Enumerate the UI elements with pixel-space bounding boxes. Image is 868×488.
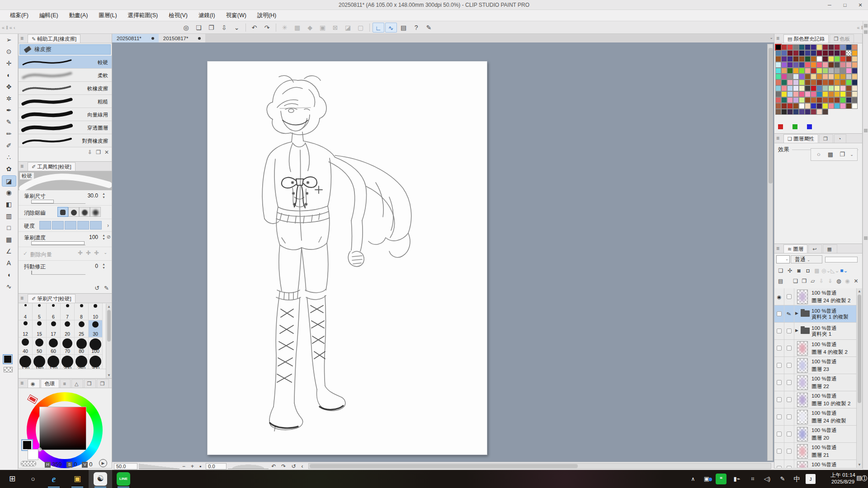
color-swatch[interactable]	[793, 44, 799, 50]
scene-tab[interactable]: ▦	[823, 244, 837, 253]
color-swatch[interactable]	[834, 85, 840, 91]
brush-size-10[interactable]: 10	[89, 303, 103, 320]
density-value[interactable]: 100	[89, 234, 98, 240]
hardness-seg-3[interactable]	[65, 221, 76, 230]
colorhist-menu-icon[interactable]: ≡	[776, 34, 783, 43]
color-swatch[interactable]	[852, 85, 858, 91]
color-swatch[interactable]	[816, 85, 822, 91]
transparent-color-chip[interactable]	[4, 367, 13, 372]
layer-thumbnail[interactable]	[797, 393, 808, 407]
tray-expand-icon[interactable]: ∧	[686, 472, 700, 486]
brush-size-tab[interactable]: ✐筆刷尺寸[較硬]	[28, 294, 75, 303]
reset-rotate-icon[interactable]: ↺	[291, 463, 296, 469]
hardness-seg-2[interactable]	[52, 221, 64, 230]
color-swatch[interactable]	[846, 50, 852, 56]
color-swatch[interactable]	[834, 103, 840, 109]
delete-vector-dropdown-icon[interactable]: ⌄	[104, 250, 107, 255]
color-swatch[interactable]	[822, 85, 828, 91]
layer-name[interactable]: 資料夾 1	[811, 331, 831, 338]
layer-visibility-checkbox[interactable]	[774, 460, 784, 468]
menu-item-7[interactable]: 視窗(W)	[221, 10, 252, 21]
color-swatch[interactable]	[805, 97, 811, 103]
layer-mask-icon[interactable]: ◙	[794, 267, 803, 274]
maximize-button[interactable]: □	[837, 0, 853, 10]
layer-name[interactable]: 資料夾 1 的複製	[811, 314, 849, 320]
subtool-item-0[interactable]: 較硬	[19, 56, 112, 69]
brush-size-170[interactable]: 170	[47, 355, 61, 369]
color-swatch[interactable]	[781, 109, 787, 115]
color-swatch[interactable]	[852, 74, 858, 80]
layer-thumbnail[interactable]	[797, 290, 808, 304]
file-explorer-icon[interactable]: ▣	[71, 472, 84, 486]
color-swatch[interactable]	[787, 44, 793, 50]
vector-whole-icon[interactable]: ✚	[94, 249, 99, 256]
register-subtool-icon[interactable]: ⇩	[88, 149, 92, 155]
color-swatch[interactable]	[816, 50, 822, 56]
layer-undo-tab[interactable]: ↩	[808, 244, 822, 253]
color-swatch[interactable]	[787, 103, 793, 109]
menu-item-8[interactable]: 說明(H)	[252, 10, 282, 21]
redo-icon[interactable]: ↷	[261, 23, 273, 33]
hue-cursor[interactable]	[28, 395, 37, 404]
color-swatch[interactable]	[834, 50, 840, 56]
color-swatch[interactable]	[787, 68, 793, 74]
color-swatch[interactable]	[787, 56, 793, 62]
brush-size-250[interactable]: 250	[75, 355, 89, 369]
pen-tool[interactable]: ✎	[2, 117, 16, 128]
menu-item-1[interactable]: 編輯(E)	[34, 10, 64, 21]
notification-icon[interactable]: ▤1	[856, 474, 867, 481]
clip-to-layer-icon[interactable]: ❏	[776, 267, 785, 274]
brush-size-60[interactable]: 60	[47, 338, 61, 355]
color-swatch[interactable]	[781, 85, 787, 91]
layer-thumbnail[interactable]	[797, 341, 808, 356]
edge-browser-icon[interactable]: e	[47, 472, 61, 486]
blend-tool[interactable]: ◉	[2, 187, 16, 198]
color-swatch[interactable]	[799, 74, 805, 80]
color-swatch[interactable]	[787, 109, 793, 115]
color-swatch[interactable]	[852, 68, 858, 74]
color-swatch[interactable]	[816, 103, 822, 109]
color-swatch[interactable]	[799, 56, 805, 62]
color-slider-tab[interactable]: ≡	[60, 379, 71, 388]
color-swatch[interactable]	[781, 97, 787, 103]
list-view-icon[interactable]: ▤	[776, 278, 785, 284]
zoom-value[interactable]: 50.0	[114, 463, 137, 469]
color-swatch[interactable]	[811, 68, 816, 74]
layer-edit-target-pen-icon[interactable]: ✎	[784, 305, 794, 322]
color-swatch[interactable]	[840, 103, 846, 109]
color-swatch[interactable]	[787, 85, 793, 91]
color-swatch[interactable]	[775, 103, 781, 109]
color-swatch[interactable]	[822, 109, 828, 115]
intermediate-color-tab[interactable]: ❒	[84, 379, 96, 388]
layer-thumbnail[interactable]	[797, 444, 808, 459]
color-swatch[interactable]	[834, 80, 840, 85]
color-swatch[interactable]	[822, 103, 828, 109]
tool-property-tab[interactable]: ✐工具屬性[較硬]	[28, 162, 75, 171]
color-swatch[interactable]	[816, 62, 822, 68]
color-swatch[interactable]	[793, 56, 799, 62]
deselect-icon[interactable]: ✳	[279, 23, 291, 33]
brush-size-70[interactable]: 70	[61, 338, 75, 355]
brush-size-100[interactable]: 100	[89, 338, 103, 355]
move-canvas-tool[interactable]: ✛	[2, 58, 16, 69]
color-swatch[interactable]	[793, 50, 799, 56]
invert-selection-icon[interactable]: ◆	[304, 23, 316, 33]
color-swatch[interactable]	[787, 62, 793, 68]
color-swatch[interactable]	[846, 56, 852, 62]
color-swatch[interactable]	[846, 97, 852, 103]
rotation-value[interactable]: 0.0	[206, 463, 226, 469]
layer-row-7[interactable]: 100 %普通圖層 24 的複製	[774, 408, 857, 426]
color-swatch[interactable]	[793, 62, 799, 68]
brush-size-7[interactable]: 7	[61, 303, 75, 320]
color-swatch[interactable]	[781, 62, 787, 68]
color-swatch[interactable]	[805, 56, 811, 62]
layer-comp-tab[interactable]: ◔	[834, 134, 847, 143]
color-swatch[interactable]	[846, 80, 852, 85]
density-slider[interactable]	[31, 241, 85, 245]
color-swatch[interactable]	[811, 85, 816, 91]
document-tab-1[interactable]: 20150817*	[159, 34, 206, 42]
layer-name[interactable]: 圖層 4 的複製 2	[811, 349, 848, 356]
fill-tool[interactable]: ◧	[2, 199, 16, 210]
move-layer-tool[interactable]: ✥	[2, 81, 16, 93]
color-swatch[interactable]	[787, 74, 793, 80]
